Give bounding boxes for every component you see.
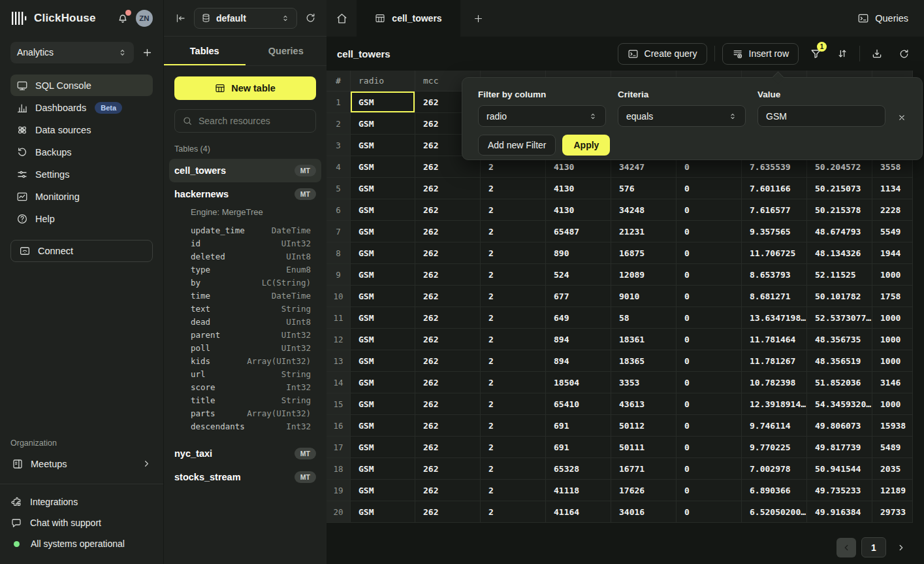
queries-button[interactable]: Queries xyxy=(857,0,908,37)
sidebar-item-backups[interactable]: Backups xyxy=(10,141,153,163)
table-cell[interactable]: GSM xyxy=(351,393,415,414)
table-cell[interactable]: 262 xyxy=(415,415,481,436)
create-query-button[interactable]: Create query xyxy=(618,43,707,65)
table-cell[interactable]: 48.674793 xyxy=(807,221,872,242)
table-cell[interactable]: 58 xyxy=(611,307,677,328)
table-cell[interactable]: 48.356519 xyxy=(807,350,872,371)
add-workspace-button[interactable] xyxy=(142,47,153,58)
tab-queries[interactable]: Queries xyxy=(246,37,327,65)
table-cell[interactable]: 49.806073 xyxy=(807,415,872,436)
table-cell[interactable]: GSM xyxy=(351,113,415,134)
collapse-panel-icon[interactable] xyxy=(174,12,186,24)
sidebar-item-sql-console[interactable]: SQL Console xyxy=(10,75,153,96)
table-cell[interactable]: 50112 xyxy=(611,415,677,436)
table-cell[interactable]: GSM xyxy=(351,480,415,501)
table-cell[interactable]: 9.746114 xyxy=(742,415,807,436)
sidebar-item-data-sources[interactable]: Data sources xyxy=(10,119,153,141)
table-cell[interactable]: 29733 xyxy=(872,501,913,522)
table-cell[interactable]: 0 xyxy=(677,221,742,242)
table-cell[interactable]: 12189 xyxy=(872,480,913,501)
table-cell[interactable]: 2 xyxy=(481,199,546,220)
table-cell[interactable]: GSM xyxy=(351,329,415,350)
table-cell[interactable]: 262 xyxy=(415,178,481,199)
table-cell[interactable]: 262 xyxy=(415,264,481,285)
table-cell[interactable]: 2 xyxy=(481,242,546,263)
sidebar-item-help[interactable]: Help xyxy=(10,208,153,229)
table-list-item-nyc_taxi[interactable]: nyc_taxiMT xyxy=(169,442,321,465)
table-cell[interactable]: 1000 xyxy=(872,307,913,328)
current-page[interactable]: 1 xyxy=(861,537,886,557)
table-cell[interactable]: GSM xyxy=(351,221,415,242)
table-cell[interactable]: 0 xyxy=(677,501,742,522)
table-cell[interactable]: 2 xyxy=(481,415,546,436)
table-cell[interactable]: 16875 xyxy=(611,242,677,263)
table-cell[interactable]: 49.817739 xyxy=(807,437,872,457)
table-cell[interactable]: 0 xyxy=(677,415,742,436)
filter-criteria-select[interactable]: equals xyxy=(618,105,746,127)
add-new-filter-button[interactable]: Add new Filter xyxy=(478,135,556,156)
table-cell[interactable]: GSM xyxy=(351,501,415,522)
table-cell[interactable]: 7.002978 xyxy=(742,458,807,479)
table-cell[interactable]: 11.706725 xyxy=(742,242,807,263)
workspace-select[interactable]: Analytics xyxy=(10,42,134,63)
table-cell[interactable]: GSM xyxy=(351,307,415,328)
table-cell[interactable]: 43613 xyxy=(611,393,677,414)
table-cell[interactable]: 524 xyxy=(546,264,611,285)
table-cell[interactable]: GSM xyxy=(351,156,415,177)
table-cell[interactable]: 41118 xyxy=(546,480,611,501)
table-cell[interactable]: GSM xyxy=(351,135,415,156)
search-input[interactable] xyxy=(199,116,317,126)
table-cell[interactable]: 51.852036 xyxy=(807,372,872,393)
table-cell[interactable]: GSM xyxy=(351,242,415,263)
table-cell[interactable]: 2 xyxy=(481,437,546,457)
table-cell[interactable]: 0 xyxy=(677,480,742,501)
download-button[interactable] xyxy=(867,44,887,63)
table-cell[interactable]: 5549 xyxy=(872,221,913,242)
sidebar-item-all-systems-operational[interactable]: All systems operational xyxy=(10,534,153,554)
table-cell[interactable]: 34248 xyxy=(611,199,677,220)
previous-page-button[interactable] xyxy=(836,538,856,557)
sidebar-item-chat-with-support[interactable]: Chat with support xyxy=(10,513,153,533)
table-cell[interactable]: 2035 xyxy=(872,458,913,479)
table-cell[interactable]: 262 xyxy=(415,307,481,328)
table-cell[interactable]: 65487 xyxy=(546,221,611,242)
column-header-num[interactable]: # xyxy=(327,71,351,91)
table-cell[interactable]: 2 xyxy=(481,264,546,285)
table-cell[interactable]: 3146 xyxy=(872,372,913,393)
table-cell[interactable]: 0 xyxy=(677,286,742,307)
table-cell[interactable]: 6.890366 xyxy=(742,480,807,501)
table-cell[interactable]: 50.941544 xyxy=(807,458,872,479)
table-cell[interactable]: 1944 xyxy=(872,242,913,263)
insert-row-button[interactable]: Insert row xyxy=(722,43,799,65)
table-cell[interactable]: 34016 xyxy=(611,501,677,522)
table-cell[interactable]: 0 xyxy=(677,264,742,285)
table-list-item-cell_towers[interactable]: cell_towersMT xyxy=(169,159,321,182)
table-cell[interactable]: 50.101782 xyxy=(807,286,872,307)
table-cell[interactable]: GSM xyxy=(351,458,415,479)
table-cell[interactable]: 677 xyxy=(546,286,611,307)
table-cell[interactable]: 1134 xyxy=(872,178,913,199)
table-cell[interactable]: 21231 xyxy=(611,221,677,242)
filter-button[interactable]: 1 xyxy=(806,44,825,63)
table-cell[interactable]: 10.782398 xyxy=(742,372,807,393)
tab-tables[interactable]: Tables xyxy=(164,37,246,65)
notifications-bell-icon[interactable] xyxy=(116,12,129,25)
table-cell[interactable]: 2 xyxy=(481,501,546,522)
table-cell[interactable]: 0 xyxy=(677,329,742,350)
sidebar-item-integrations[interactable]: Integrations xyxy=(10,492,153,512)
table-cell[interactable]: 8.681271 xyxy=(742,286,807,307)
table-cell[interactable]: 48.134326 xyxy=(807,242,872,263)
table-cell[interactable]: 2 xyxy=(481,221,546,242)
table-cell[interactable]: 52.5373077… xyxy=(807,307,872,328)
table-cell[interactable]: 894 xyxy=(546,350,611,371)
table-cell[interactable]: 0 xyxy=(677,307,742,328)
table-cell[interactable]: 50.215378 xyxy=(807,199,872,220)
table-cell[interactable]: 50.215073 xyxy=(807,178,872,199)
table-cell[interactable]: 11.781267 xyxy=(742,350,807,371)
table-cell[interactable]: 18361 xyxy=(611,329,677,350)
table-cell[interactable]: 9010 xyxy=(611,286,677,307)
table-cell[interactable]: 262 xyxy=(415,242,481,263)
table-cell[interactable]: 0 xyxy=(677,372,742,393)
table-cell[interactable]: 7.616577 xyxy=(742,199,807,220)
column-header-radio[interactable]: radio xyxy=(351,71,415,91)
